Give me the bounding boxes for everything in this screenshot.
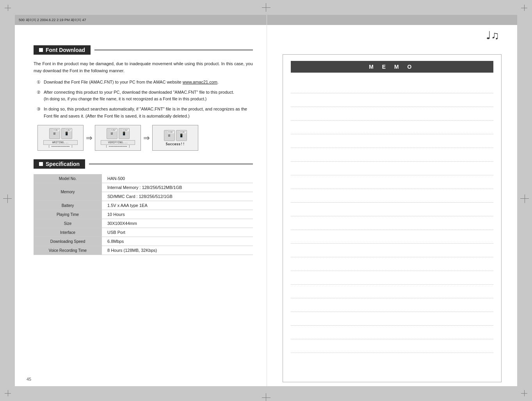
label-model: Model No. bbox=[34, 174, 102, 183]
step-box-3: 🖥 FONT 📱 FONT Success!! bbox=[152, 125, 198, 151]
memo-line bbox=[291, 216, 494, 230]
step-2: ② After connecting this product to your … bbox=[37, 89, 253, 103]
memo-lines bbox=[291, 80, 494, 353]
font-download-steps: ① Download the Font File (AMAC.FNT) to y… bbox=[37, 79, 253, 119]
right-page-header bbox=[267, 15, 518, 25]
memo-line bbox=[291, 93, 494, 107]
memo-line bbox=[291, 244, 494, 257]
memo-line bbox=[291, 107, 494, 121]
memo-line bbox=[291, 271, 494, 285]
memo-line bbox=[291, 230, 494, 244]
specification-title: Specification bbox=[46, 161, 80, 167]
step2-bottom: [ ============ ] bbox=[106, 145, 130, 148]
memo-line bbox=[291, 203, 494, 216]
memo-line bbox=[291, 80, 494, 93]
right-page: ♩♫ M E M O bbox=[267, 15, 518, 386]
music-icon-area: ♩♫ bbox=[486, 29, 499, 42]
label-size: Size bbox=[34, 219, 102, 228]
table-row: Model No. HAN-500 bbox=[34, 174, 253, 183]
arrow-2: ⇒ bbox=[143, 133, 150, 143]
memo-line bbox=[291, 339, 494, 353]
label-downloading-speed: Downloading Speed bbox=[34, 237, 102, 246]
label-memory: Memory bbox=[34, 183, 102, 201]
memo-line bbox=[291, 285, 494, 298]
memo-line bbox=[291, 189, 494, 203]
table-row: Memory Internal Memory : 128/256/512MB/1… bbox=[34, 183, 253, 192]
header-text: 500 페이지 2 2004.6.22 2:19 PM 페이지 47 bbox=[19, 18, 86, 23]
step-box-2: 🖥 FONT 📱 FONT VERIFYING... [ ===========… bbox=[95, 125, 141, 151]
memo-line bbox=[291, 162, 494, 175]
step1-bottom: [ ============ ] bbox=[48, 145, 73, 148]
font-download-title-bar: Font Download bbox=[34, 45, 91, 55]
step2-label: VERIFYING... bbox=[101, 140, 135, 145]
specification-table: Model No. HAN-500 Memory Internal Memory… bbox=[34, 174, 253, 255]
font-download-section: Font Download The Font in the product ma… bbox=[34, 45, 253, 151]
step1-label: WRITING... bbox=[43, 140, 78, 145]
memo-title-bar: M E M O bbox=[291, 61, 494, 73]
table-row: Downloading Speed 6.8Mbps bbox=[34, 237, 253, 246]
value-interface: USB Port bbox=[102, 228, 253, 237]
value-playing-time: 10 Hours bbox=[102, 210, 253, 219]
value-voice-recording: 8 Hours (128MB, 32Kbps) bbox=[102, 246, 253, 255]
label-voice-recording: Voice Recording Time bbox=[34, 246, 102, 255]
memo-line bbox=[291, 148, 494, 162]
step3-success: Success!! bbox=[166, 142, 185, 146]
table-row: Size 30X100X44mm bbox=[34, 219, 253, 228]
font-download-body: The Font in the product may be damaged, … bbox=[34, 60, 253, 74]
table-row: Interface USB Port bbox=[34, 228, 253, 237]
value-battery: 1.5V x AAA type 1EA bbox=[102, 201, 253, 210]
memo-line bbox=[291, 175, 494, 189]
table-row: Playing Time 10 Hours bbox=[34, 210, 253, 219]
memo-line bbox=[291, 134, 494, 148]
arrow-1: ⇒ bbox=[86, 133, 93, 143]
table-row: Battery 1.5V x AAA type 1EA bbox=[34, 201, 253, 210]
step-3: ③ In doing so, this product searches aut… bbox=[37, 106, 253, 119]
memo-line bbox=[291, 257, 494, 271]
page-number: 45 bbox=[27, 377, 31, 381]
specification-title-bar: Specification bbox=[34, 159, 85, 169]
value-downloading-speed: 6.8Mbps bbox=[102, 237, 253, 246]
music-note-icon: ♩♫ bbox=[486, 29, 499, 42]
value-memory-1: Internal Memory : 128/256/512MB/1GB bbox=[102, 183, 253, 192]
step-box-1: 🖥 FONT 📱 FONT WRITING... [ ============ … bbox=[37, 125, 84, 151]
memo-line bbox=[291, 312, 494, 326]
font-download-title: Font Download bbox=[46, 47, 85, 53]
memo-line bbox=[291, 326, 494, 339]
page-header: 500 페이지 2 2004.6.22 2:19 PM 페이지 47 bbox=[15, 15, 267, 25]
label-interface: Interface bbox=[34, 228, 102, 237]
step-1: ① Download the Font File (AMAC.FNT) to y… bbox=[37, 79, 253, 86]
value-size: 30X100X44mm bbox=[102, 219, 253, 228]
memo-line bbox=[291, 121, 494, 134]
value-memory-2: SD/MMC Card : 128/256/512/1GB bbox=[102, 192, 253, 201]
left-page: 500 페이지 2 2004.6.22 2:19 PM 페이지 47 Font … bbox=[15, 15, 267, 386]
specification-section: Specification Model No. HAN-500 Memory I… bbox=[34, 159, 253, 255]
steps-visual-row: 🖥 FONT 📱 FONT WRITING... [ ============ … bbox=[37, 125, 253, 151]
memo-line bbox=[291, 298, 494, 312]
memo-box: M E M O bbox=[283, 54, 502, 382]
label-playing-time: Playing Time bbox=[34, 210, 102, 219]
table-row: Voice Recording Time 8 Hours (128MB, 32K… bbox=[34, 246, 253, 255]
label-battery: Battery bbox=[34, 201, 102, 210]
value-model: HAN-500 bbox=[102, 174, 253, 183]
